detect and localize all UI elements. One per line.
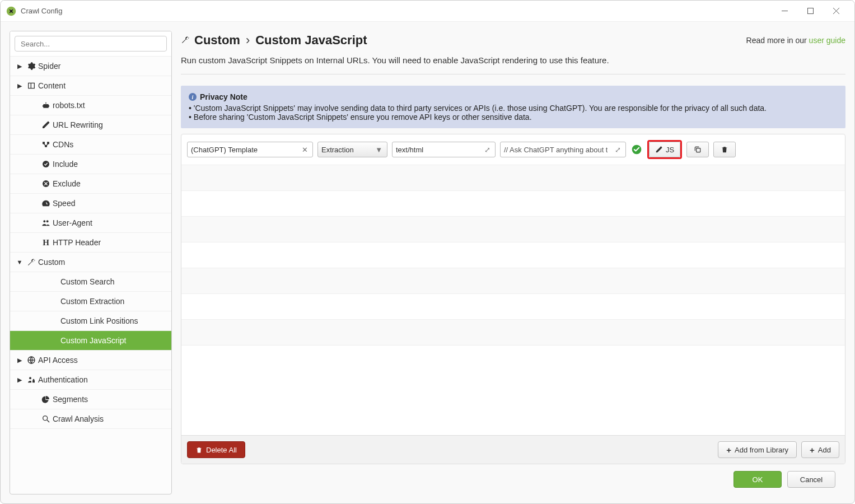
privacy-bullet-2: • Before sharing 'Custom JavaScript Snip… <box>189 113 838 122</box>
sidebar-item-http-header[interactable]: HHTTP Header <box>10 233 171 253</box>
cancel-button[interactable]: Cancel <box>787 471 835 488</box>
sidebar-item-label: User-Agent <box>53 218 167 227</box>
sidebar-item-cdns[interactable]: CDNs <box>10 135 171 155</box>
sidebar-item-label: Include <box>53 160 167 169</box>
snippets-panel: (ChatGPT) Template ✕ Extraction ▼ text/h… <box>181 134 845 464</box>
minimize-button[interactable] <box>772 1 797 22</box>
check-circle-icon <box>39 160 53 169</box>
app-icon <box>6 6 16 16</box>
svg-point-6 <box>43 161 49 167</box>
plus-icon: + <box>726 445 731 455</box>
wrench-icon <box>25 258 38 267</box>
breadcrumb-separator: › <box>246 33 250 48</box>
breadcrumb-2: Custom JavaScript <box>255 33 367 48</box>
sidebar-item-authentication[interactable]: ▶Authentication <box>10 370 171 390</box>
content-type-field[interactable]: text/html ⤢ <box>392 142 496 157</box>
sidebar-item-label: Content <box>38 81 167 90</box>
sidebar-item-custom-javascript[interactable]: Custom JavaScript <box>10 331 171 351</box>
pie-icon <box>39 395 53 404</box>
sidebar-item-url-rewriting[interactable]: URL Rewriting <box>10 115 171 135</box>
sidebar-item-label: Segments <box>53 395 167 404</box>
expand-icon[interactable]: ⤢ <box>483 146 492 154</box>
sidebar-item-label: Crawl Analysis <box>53 414 167 423</box>
read-more: Read more in our user guide <box>746 36 845 45</box>
delete-all-button[interactable]: Delete All <box>187 441 245 458</box>
edit-icon <box>39 120 53 129</box>
gauge-icon <box>39 199 53 208</box>
clear-name-icon[interactable]: ✕ <box>301 146 309 154</box>
privacy-note: iPrivacy Note • 'Custom JavaScript Snipp… <box>181 86 845 128</box>
panels-icon <box>25 81 38 90</box>
sidebar-item-label: robots.txt <box>53 101 167 110</box>
sidebar-item-api-access[interactable]: ▶API Access <box>10 351 171 370</box>
robot-icon <box>39 101 53 110</box>
svg-rect-12 <box>697 148 700 152</box>
titlebar: Crawl Config <box>1 1 854 22</box>
sidebar-item-spider[interactable]: ▶Spider <box>10 57 171 76</box>
sidebar-item-crawl-analysis[interactable]: Crawl Analysis <box>10 409 171 429</box>
snippets-action-bar: Delete All + Add from Library + Add <box>181 435 845 464</box>
page-description: Run custom JavaScript Snippets on Intern… <box>181 55 845 74</box>
lock-user-icon <box>25 375 38 384</box>
search-input[interactable] <box>15 36 167 52</box>
ok-button[interactable]: OK <box>733 471 782 488</box>
svg-point-1 <box>10 10 13 12</box>
breadcrumb-1: Custom <box>194 33 240 48</box>
expand-code-icon[interactable]: ⤢ <box>614 146 622 154</box>
users-icon <box>39 218 53 227</box>
sidebar-item-label: Spider <box>38 62 167 71</box>
user-guide-link[interactable]: user guide <box>809 36 845 45</box>
delete-button[interactable] <box>713 142 736 157</box>
snippet-name-field[interactable]: (ChatGPT) Template ✕ <box>187 142 313 157</box>
sidebar-item-label: CDNs <box>53 140 167 149</box>
close-button[interactable] <box>823 1 849 22</box>
window-title: Crawl Config <box>21 7 772 15</box>
network-icon <box>39 140 53 149</box>
sidebar-item-user-agent[interactable]: User-Agent <box>10 213 171 233</box>
breadcrumb: Custom › Custom JavaScript <box>181 33 367 48</box>
sidebar-item-custom-link-positions[interactable]: Custom Link Positions <box>10 311 171 331</box>
sidebar-item-label: Speed <box>53 199 167 208</box>
sidebar-tree: ▶Spider▶Contentrobots.txtURL RewritingCD… <box>10 57 171 494</box>
sidebar-item-robots-txt[interactable]: robots.txt <box>10 96 171 115</box>
chevron-icon: ▼ <box>15 259 25 265</box>
sidebar-item-label: Custom Search <box>60 277 167 286</box>
privacy-bullet-1: • 'Custom JavaScript Snippets' may invol… <box>189 104 838 113</box>
sidebar-item-exclude[interactable]: Exclude <box>10 174 171 194</box>
chevron-icon: ▶ <box>15 63 25 70</box>
sidebar-item-label: Custom <box>38 258 167 267</box>
wrench-icon <box>181 33 190 48</box>
sidebar-item-custom[interactable]: ▼Custom <box>10 253 171 272</box>
sidebar-item-label: Exclude <box>53 179 167 188</box>
sidebar-item-label: Authentication <box>38 375 167 384</box>
x-circle-icon <box>39 179 53 188</box>
plus-icon: + <box>810 445 815 455</box>
chevron-down-icon: ▼ <box>374 146 384 154</box>
add-button[interactable]: + Add <box>801 441 839 458</box>
svg-point-9 <box>43 416 48 421</box>
snippet-code-field[interactable]: // Ask ChatGPT anything about t ⤢ <box>500 142 626 157</box>
sidebar-item-custom-extraction[interactable]: Custom Extraction <box>10 292 171 311</box>
sidebar-item-speed[interactable]: Speed <box>10 194 171 213</box>
dialog-footer: OK Cancel <box>181 464 845 494</box>
duplicate-button[interactable] <box>686 142 709 157</box>
sidebar-item-include[interactable]: Include <box>10 155 171 174</box>
snippet-row: (ChatGPT) Template ✕ Extraction ▼ text/h… <box>181 134 845 165</box>
globe-icon <box>25 356 38 365</box>
snippet-type-dropdown[interactable]: Extraction ▼ <box>317 142 387 157</box>
sidebar-item-label: Custom JavaScript <box>60 336 167 345</box>
H-icon: H <box>39 238 53 248</box>
valid-check-icon <box>630 143 643 156</box>
add-from-library-button[interactable]: + Add from Library <box>718 441 797 458</box>
maximize-button[interactable] <box>797 1 823 22</box>
chevron-icon: ▶ <box>15 376 25 384</box>
sidebar-item-label: HTTP Header <box>53 238 167 247</box>
sidebar-item-custom-search[interactable]: Custom Search <box>10 272 171 292</box>
svg-line-10 <box>47 420 49 422</box>
sidebar-item-label: Custom Link Positions <box>60 316 167 325</box>
main-panel: Custom › Custom JavaScript Read more in … <box>181 31 845 494</box>
sidebar-item-content[interactable]: ▶Content <box>10 76 171 96</box>
chevron-icon: ▶ <box>15 357 25 364</box>
sidebar-item-segments[interactable]: Segments <box>10 390 171 409</box>
edit-js-button[interactable]: JS <box>649 142 680 157</box>
